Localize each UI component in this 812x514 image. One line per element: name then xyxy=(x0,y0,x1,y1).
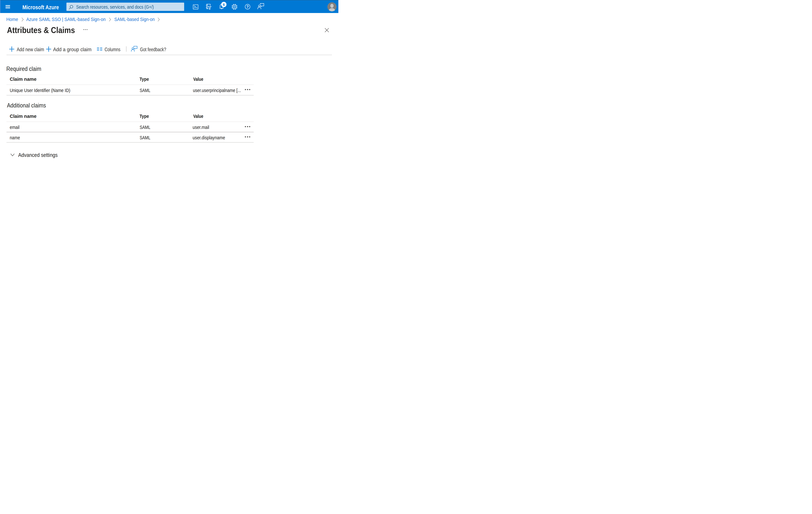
svg-text:?: ? xyxy=(246,5,249,9)
svg-text:6: 6 xyxy=(223,3,225,7)
